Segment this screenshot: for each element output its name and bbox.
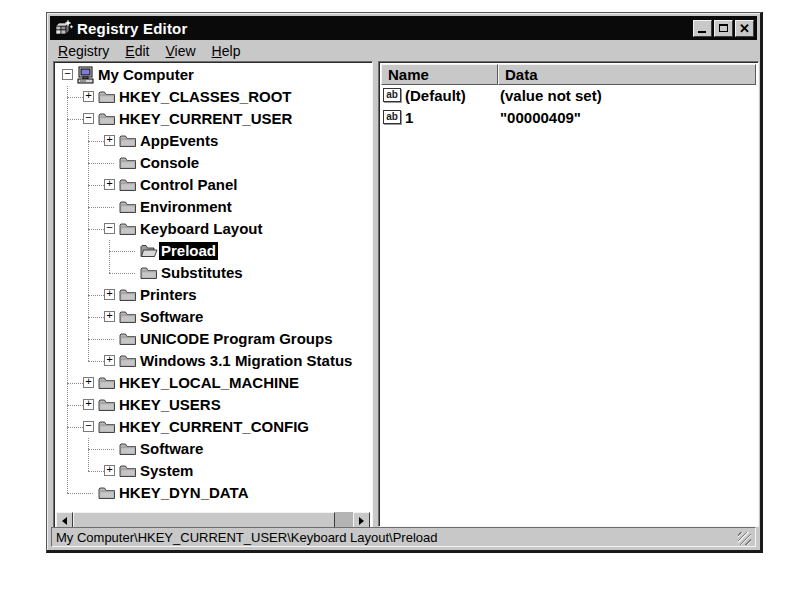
folder-icon	[119, 352, 137, 370]
tree-item-label: Windows 3.1 Migration Status	[138, 352, 354, 370]
folder-icon	[119, 198, 137, 216]
tree-item-label: HKEY_CURRENT_USER	[117, 110, 294, 128]
expand-toggle-icon[interactable]: +	[83, 377, 94, 388]
tree-connector-line	[88, 295, 104, 296]
tree-item-hkey-local-machine[interactable]: +HKEY_LOCAL_MACHINE	[56, 372, 370, 394]
tree-item-preload[interactable]: Preload	[56, 240, 370, 262]
tree-item-printers[interactable]: +Printers	[56, 284, 370, 306]
maximize-icon	[719, 24, 728, 32]
computer-icon	[77, 66, 95, 84]
tree-item-console[interactable]: Console	[56, 152, 370, 174]
menu-item-registry[interactable]: Registry	[50, 42, 117, 60]
tree-item-hkey-dyn-data[interactable]: HKEY_DYN_DATA	[56, 482, 370, 504]
registry-tree-pane: −My Computer+HKEY_CLASSES_ROOT−HKEY_CURR…	[53, 61, 373, 532]
column-header-name[interactable]: Name	[381, 64, 498, 85]
tree-item-label: Environment	[138, 198, 234, 216]
collapse-toggle-icon[interactable]: −	[83, 113, 94, 124]
close-icon: ✕	[739, 22, 750, 35]
tree-item-label: Software	[138, 308, 205, 326]
tree-item-control-panel[interactable]: +Control Panel	[56, 174, 370, 196]
tree-item-windows-3-1-migration-status[interactable]: +Windows 3.1 Migration Status	[56, 350, 370, 372]
tree-item-hkey-current-user[interactable]: −HKEY_CURRENT_USER	[56, 108, 370, 130]
folder-icon	[98, 418, 116, 436]
tree-item-my-computer[interactable]: −My Computer	[56, 64, 370, 86]
tree-item-software[interactable]: Software	[56, 438, 370, 460]
expand-toggle-icon[interactable]: +	[104, 311, 115, 322]
tree-item-label: HKEY_CURRENT_CONFIG	[117, 418, 311, 436]
close-button[interactable]: ✕	[735, 20, 754, 37]
folder-icon	[119, 154, 137, 172]
tree-item-label: System	[138, 462, 195, 480]
tree-item-hkey-users[interactable]: +HKEY_USERS	[56, 394, 370, 416]
folder-icon	[119, 330, 137, 348]
tree-connector-line	[109, 273, 135, 274]
tree-item-hkey-classes-root[interactable]: +HKEY_CLASSES_ROOT	[56, 86, 370, 108]
arrow-right-icon	[359, 517, 368, 525]
tree-item-appevents[interactable]: +AppEvents	[56, 130, 370, 152]
tree-item-software[interactable]: +Software	[56, 306, 370, 328]
tree-item-label: HKEY_USERS	[117, 396, 223, 414]
minimize-button[interactable]	[693, 20, 712, 37]
tree-item-substitutes[interactable]: Substitutes	[56, 262, 370, 284]
tree-connector-line	[88, 185, 104, 186]
tree-item-label: Software	[138, 440, 205, 458]
folder-icon	[119, 462, 137, 480]
value-row-1[interactable]: ab1"00000409"	[381, 107, 756, 129]
tree-item-unicode-program-groups[interactable]: UNICODE Program Groups	[56, 328, 370, 350]
menu-item-view[interactable]: View	[158, 42, 204, 60]
tree-item-keyboard-layout[interactable]: −Keyboard Layout	[56, 218, 370, 240]
folder-icon	[140, 264, 158, 282]
folder-icon	[119, 176, 137, 194]
expand-toggle-icon[interactable]: +	[104, 179, 115, 190]
tree-item-environment[interactable]: Environment	[56, 196, 370, 218]
expand-toggle-icon[interactable]: +	[104, 355, 115, 366]
folder-icon	[98, 396, 116, 414]
collapse-toggle-icon[interactable]: −	[83, 421, 94, 432]
tree-connector-line	[67, 405, 83, 406]
tree-connector-line	[88, 317, 104, 318]
menu-item-edit[interactable]: Edit	[117, 42, 157, 60]
tree-item-hkey-current-config[interactable]: −HKEY_CURRENT_CONFIG	[56, 416, 370, 438]
tree-item-label: Keyboard Layout	[138, 220, 265, 238]
tree-connector-line	[109, 251, 135, 252]
value-name: 1	[405, 109, 413, 126]
registry-editor-app-icon	[55, 19, 73, 37]
values-pane: Name Data ab(Default)(value not set)ab1"…	[378, 61, 759, 527]
tree-item-label: Printers	[138, 286, 199, 304]
status-path: My Computer\HKEY_CURRENT_USER\Keyboard L…	[56, 530, 738, 545]
collapse-toggle-icon[interactable]: −	[62, 69, 73, 80]
status-bar: My Computer\HKEY_CURRENT_USER\Keyboard L…	[51, 527, 756, 547]
folder-icon	[98, 484, 116, 502]
folder-icon	[98, 88, 116, 106]
resize-grip-icon[interactable]	[738, 532, 751, 545]
value-data: "00000409"	[500, 109, 581, 126]
page-background: Registry Editor ✕ RegistryEditViewHelp −…	[0, 0, 800, 600]
arrow-left-icon	[58, 517, 67, 525]
folder-icon	[119, 440, 137, 458]
collapse-toggle-icon[interactable]: −	[104, 223, 115, 234]
title-bar[interactable]: Registry Editor ✕	[50, 16, 757, 40]
menu-item-help[interactable]: Help	[204, 42, 249, 60]
folder-open-icon	[140, 242, 158, 260]
expand-toggle-icon[interactable]: +	[83, 399, 94, 410]
expand-toggle-icon[interactable]: +	[104, 289, 115, 300]
value-name: (Default)	[405, 87, 466, 104]
value-list: ab(Default)(value not set)ab1"00000409"	[381, 85, 756, 524]
list-header: Name Data	[381, 64, 756, 85]
value-row-default[interactable]: ab(Default)(value not set)	[381, 85, 756, 107]
folder-icon	[119, 286, 137, 304]
maximize-button[interactable]	[714, 20, 733, 37]
expand-toggle-icon[interactable]: +	[104, 465, 115, 476]
tree-connector-line	[67, 493, 93, 494]
tree-item-system[interactable]: +System	[56, 460, 370, 482]
expand-toggle-icon[interactable]: +	[83, 91, 94, 102]
folder-icon	[119, 308, 137, 326]
expand-toggle-icon[interactable]: +	[104, 135, 115, 146]
minimize-icon	[698, 31, 706, 33]
column-header-data[interactable]: Data	[498, 64, 756, 85]
tree-connector-line	[67, 97, 83, 98]
string-value-icon: ab	[383, 88, 401, 102]
registry-editor-window: Registry Editor ✕ RegistryEditViewHelp −…	[46, 12, 763, 553]
tree-connector-line	[88, 229, 104, 230]
tree-connector-line	[88, 449, 114, 450]
